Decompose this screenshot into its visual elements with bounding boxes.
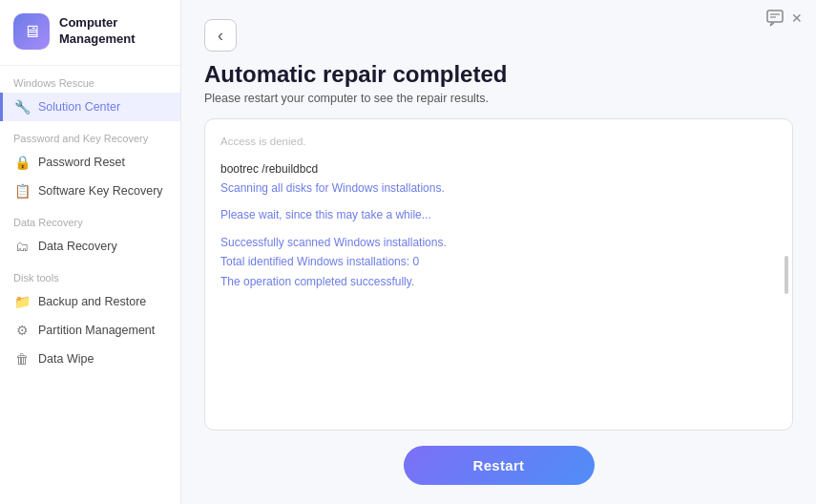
log-line: Successfully scanned Windows installatio… [220,233,777,252]
section-label-disk-tools: Disk tools [0,261,180,287]
sidebar-item-partition-management[interactable]: ⚙ Partition Management [0,316,180,345]
data-wipe-icon: 🗑 [13,351,31,367]
sidebar: 🖥 Computer Management Windows Rescue 🔧 S… [0,0,181,504]
app-title: Computer Management [59,15,135,48]
sidebar-section-password: Password and Key Recovery 🔒 Password Res… [0,121,180,205]
close-button[interactable]: ✕ [791,10,803,26]
sidebar-item-label: Backup and Restore [38,295,146,308]
main-content: ✕ ‹ Automatic repair completed Please re… [181,0,816,504]
sidebar-section-windows-rescue: Windows Rescue 🔧 Solution Center [0,66,180,121]
svg-rect-0 [767,10,783,22]
log-line: bootrec /rebuildbcd [220,159,777,178]
section-label-windows-rescue: Windows Rescue [0,66,180,93]
solution-center-icon: 🔧 [13,99,31,115]
sidebar-item-label: Partition Management [38,324,155,337]
sidebar-item-solution-center[interactable]: 🔧 Solution Center [0,93,180,121]
log-line: Scanning all disks for Windows installat… [220,178,777,198]
backup-icon: 📁 [13,294,31,309]
data-recovery-icon: 🗂 [13,239,31,254]
scrollbar-thumb [785,256,788,294]
chat-button[interactable] [766,10,784,27]
page-subtitle: Please restart your computer to see the … [204,92,793,105]
sidebar-section-data-recovery: Data Recovery 🗂 Data Recovery [0,205,180,261]
page-title: Automatic repair completed [204,61,793,88]
sidebar-item-label: Data Wipe [38,352,94,366]
password-reset-icon: 🔒 [13,155,31,170]
section-label-data-recovery: Data Recovery [0,205,180,232]
window-controls: ✕ [766,10,803,27]
sidebar-item-software-key-recovery[interactable]: 📋 Software Key Recovery [0,177,180,205]
sidebar-section-disk-tools: Disk tools 📁 Backup and Restore ⚙ Partit… [0,261,180,373]
restart-button[interactable]: Restart [404,446,595,485]
software-key-icon: 📋 [13,183,31,199]
log-line: Please wait, since this may take a while… [220,205,777,224]
logo-icon: 🖥 [23,22,40,42]
partition-icon: ⚙ [13,323,31,338]
app-logo: 🖥 [13,13,50,50]
sidebar-item-label: Password Reset [38,156,125,169]
sidebar-item-label: Software Key Recovery [38,184,163,198]
app-header: 🖥 Computer Management [0,0,180,66]
sidebar-item-backup-restore[interactable]: 📁 Backup and Restore [0,287,180,316]
log-line: The operation completed successfully. [220,272,777,291]
log-line: Total identified Windows installations: … [220,252,777,271]
sidebar-item-label: Data Recovery [38,240,117,253]
topbar: ‹ [204,19,793,52]
section-label-password: Password and Key Recovery [0,121,180,148]
log-box[interactable]: Access is denied. bootrec /rebuildbcd Sc… [204,118,793,430]
sidebar-item-label: Solution Center [38,100,120,114]
sidebar-item-data-wipe[interactable]: 🗑 Data Wipe [0,345,180,373]
sidebar-item-password-reset[interactable]: 🔒 Password Reset [0,148,180,177]
sidebar-item-data-recovery[interactable]: 🗂 Data Recovery [0,232,180,261]
back-button[interactable]: ‹ [204,19,237,52]
back-icon: ‹ [218,26,223,46]
log-line: Access is denied. [220,133,777,152]
